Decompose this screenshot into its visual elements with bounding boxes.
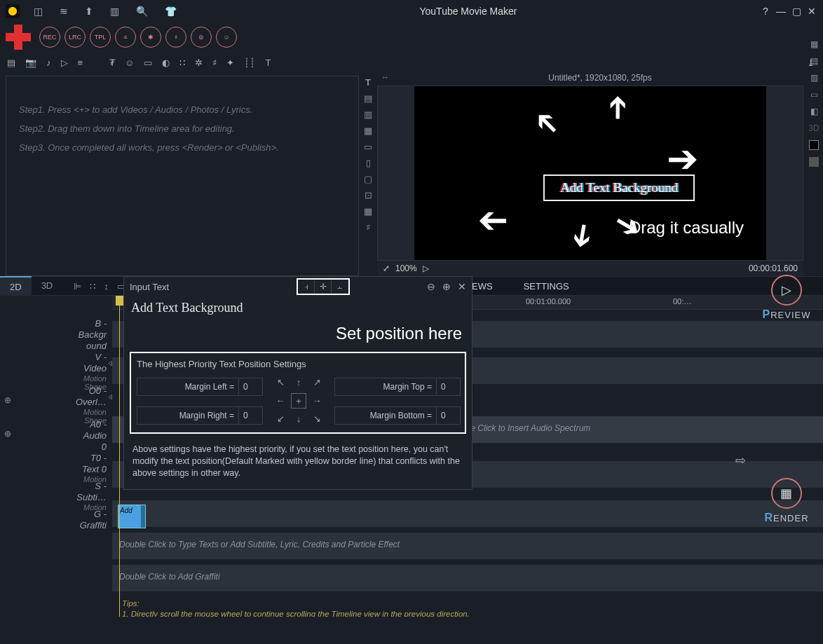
clip-icon[interactable]: ▷ <box>61 57 68 68</box>
panel-icon-5[interactable]: ◧ <box>810 107 818 116</box>
modal-close-button[interactable]: ✕ <box>458 281 466 292</box>
maximize-icon[interactable]: ▢ <box>791 6 802 17</box>
dir-sw-icon[interactable]: ↙ <box>273 411 288 427</box>
playhead[interactable] <box>119 296 120 617</box>
emoji-icon[interactable]: ☺ <box>125 57 134 68</box>
tpl-button[interactable]: TPL <box>90 27 111 48</box>
forward-arrow-icon[interactable]: ⇨ <box>735 453 746 468</box>
lane-text[interactable] <box>112 500 823 527</box>
up-down-icon[interactable]: ↕ <box>104 281 109 292</box>
zoom-out-button[interactable]: ⊖ <box>427 281 435 292</box>
margin-right-field[interactable]: Margin Right = 0 <box>137 406 263 425</box>
align-left-button[interactable]: ⫞ <box>298 280 315 294</box>
strip-icon-3[interactable]: ▦ <box>364 125 372 136</box>
text-T-icon[interactable]: T <box>365 77 371 88</box>
preview-button[interactable]: ▷ PREVIEW <box>763 275 811 321</box>
up-arrow-icon[interactable]: ⬆ <box>85 6 93 17</box>
list-button[interactable]: ≡ <box>115 27 136 48</box>
search-icon[interactable]: 🔍 <box>136 6 148 17</box>
arrow-icon: ➔ <box>667 139 698 177</box>
lrc-button[interactable]: LRC <box>64 27 86 48</box>
music-eq-button[interactable]: ♯ <box>165 27 186 48</box>
puzzle-icon[interactable]: ✦ <box>226 57 234 68</box>
bw-swatch[interactable] <box>809 140 819 150</box>
play-preview-icon[interactable]: ▷ <box>423 263 429 273</box>
strip-icon-9[interactable]: ♯ <box>366 222 370 233</box>
add-audio-icon[interactable]: ⊕ <box>4 429 11 439</box>
layout-icon[interactable]: ▤ <box>7 57 15 68</box>
panel-icon-1[interactable]: ▦ <box>810 39 818 49</box>
contrast-icon[interactable]: ◐ <box>162 57 170 68</box>
strip-icon-7[interactable]: ⊡ <box>365 190 372 200</box>
user-button[interactable]: ☺ <box>216 27 237 48</box>
eq-icon[interactable]: ┊┊ <box>244 57 255 68</box>
strip-icon-8[interactable]: ▦ <box>364 206 372 217</box>
dir-nw-icon[interactable]: ↖ <box>273 375 288 390</box>
3d-toggle[interactable]: 3D <box>808 123 819 133</box>
margin-top-field[interactable]: Margin Top = 0 <box>334 378 461 396</box>
list-icon[interactable]: ≡ <box>78 57 83 68</box>
tab-2d[interactable]: 2D <box>0 276 32 296</box>
app-title: YouTube Movie Maker <box>177 6 760 17</box>
clip-handle[interactable] <box>141 505 145 528</box>
modal-title-label: Input Text <box>130 282 169 292</box>
align-center-button[interactable]: ✛ <box>315 280 332 294</box>
dir-e-icon[interactable]: → <box>309 393 325 409</box>
big-text-icon[interactable]: T <box>265 57 271 68</box>
rec-button[interactable]: REC <box>39 27 60 48</box>
align-left-icon[interactable]: ⊫ <box>74 281 81 292</box>
dir-ne-icon[interactable]: ↗ <box>309 375 325 390</box>
dir-s-icon[interactable]: ↓ <box>291 411 306 427</box>
strip-icon-2[interactable]: ▥ <box>364 109 372 120</box>
effects-button[interactable]: ✱ <box>140 27 161 48</box>
note-icon[interactable]: ♪ <box>46 57 51 68</box>
align-right-button[interactable]: ⫠ <box>332 280 348 294</box>
bookmark-icon[interactable]: ◫ <box>34 6 43 17</box>
text-clip[interactable]: Add <box>118 505 146 528</box>
shirt-icon[interactable]: 👕 <box>165 6 177 17</box>
sharp-icon[interactable]: ♯ <box>212 57 217 68</box>
lane-graffiti[interactable]: Double Click to Add Graffiti <box>112 565 823 591</box>
dir-center-button[interactable]: + <box>291 393 306 409</box>
tab-3d[interactable]: 3D <box>32 276 63 296</box>
strip-icon-5[interactable]: ▯ <box>366 158 371 168</box>
set-position-label: Set position here <box>124 320 472 350</box>
layers-icon[interactable]: ≋ <box>60 6 68 17</box>
camera-icon[interactable]: 📷 <box>25 57 36 68</box>
help-icon[interactable]: ? <box>760 6 771 17</box>
add-overlay-icon[interactable]: ⊕ <box>4 395 11 405</box>
panel-icon-3[interactable]: ▥ <box>810 73 818 83</box>
panels-icon[interactable]: ▥ <box>110 6 119 17</box>
app-logo[interactable] <box>6 4 20 18</box>
minimize-icon[interactable]: — <box>775 6 787 17</box>
dir-w-icon[interactable]: ← <box>273 393 288 409</box>
battery-icon[interactable]: ▭ <box>144 57 152 68</box>
add-media-button[interactable] <box>6 25 31 50</box>
zoom-in-button[interactable]: ⊕ <box>442 281 451 292</box>
lane-subtitle[interactable]: Double Click to Type Texts or Add Subtit… <box>112 533 823 559</box>
margin-left-field[interactable]: Margin Left = 0 <box>137 378 263 396</box>
text-fx-button[interactable]: ⊜ <box>191 27 212 48</box>
text-tool-icon[interactable]: ₮ <box>109 57 115 68</box>
strip-icon-6[interactable]: ▢ <box>364 174 372 184</box>
grid-icon[interactable]: ∷ <box>90 281 95 292</box>
dir-se-icon[interactable]: ↘ <box>309 411 325 427</box>
margin-bottom-field[interactable]: Margin Bottom = 0 <box>334 406 461 425</box>
sparkle-icon[interactable]: ✲ <box>195 57 203 68</box>
dir-n-icon[interactable]: ↑ <box>291 375 306 390</box>
panel-icon-2[interactable]: ▤ <box>810 56 818 66</box>
panel-icon-4[interactable]: ▭ <box>810 90 818 100</box>
render-button[interactable]: ▦ RENDER <box>764 478 808 524</box>
strip-icon-4[interactable]: ▭ <box>364 142 372 152</box>
expand-h-icon[interactable]: ↔ <box>381 73 389 81</box>
menu-settings[interactable]: SETTINGS <box>524 281 569 292</box>
text-content-preview: Add Text Background <box>124 296 472 320</box>
tips-header: Tips: <box>122 598 470 609</box>
solid-swatch[interactable] <box>809 157 819 167</box>
subtitle-hint: Double Click to Type Texts or Add Subtit… <box>112 533 823 549</box>
strip-icon-1[interactable]: ▤ <box>364 93 372 104</box>
preview-canvas[interactable]: Add Text Background ➔ ➔ ➔ ➔ ➔ ➔ Drag it … <box>377 85 803 261</box>
close-icon[interactable]: ✕ <box>806 6 817 17</box>
full-arrow-icon[interactable]: ⤢ <box>383 263 390 273</box>
bullets-icon[interactable]: ∷ <box>179 57 185 68</box>
